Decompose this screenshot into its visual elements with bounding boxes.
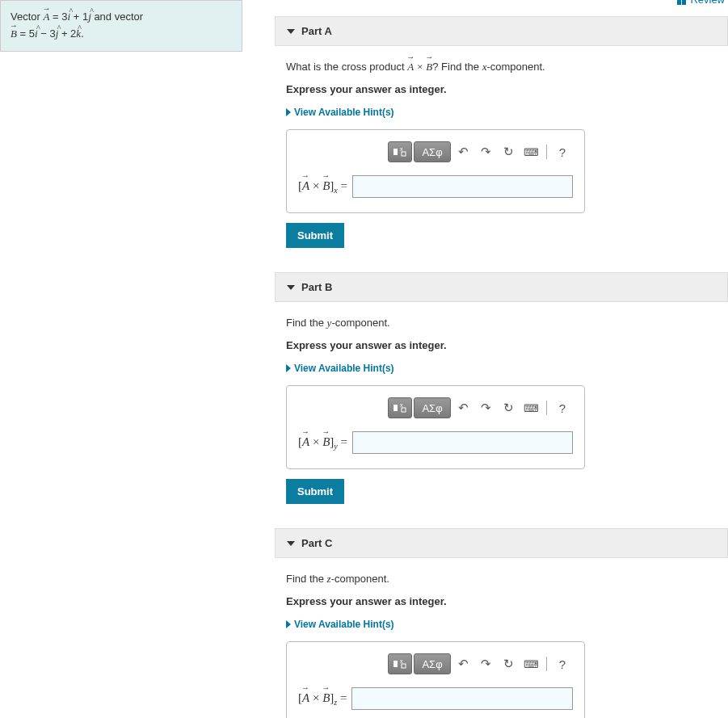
toolbar: x ΑΣφ ↶ ↷ ↻ ⌨ ? [298,397,573,418]
svg-rect-0 [393,149,398,155]
svg-rect-3 [393,405,398,411]
part-c-body: Find the z-component. Express your answe… [275,558,728,718]
unit-i: i [67,10,70,23]
svg-rect-6 [393,661,398,667]
answer-label: [A × B]y = [298,435,347,451]
flag-icon [677,0,687,5]
redo-button[interactable]: ↷ [475,397,496,418]
undo-button[interactable]: ↶ [452,653,473,674]
answer-input[interactable] [352,431,573,454]
undo-button[interactable]: ↶ [452,141,473,162]
chevron-right-icon [286,108,291,116]
part-title: Part B [301,281,332,293]
greek-button[interactable]: ΑΣφ [414,397,451,418]
view-hints-link[interactable]: View Available Hint(s) [286,107,717,118]
toolbar: x ΑΣφ ↶ ↷ ↻ ⌨ ? [298,653,573,674]
answer-box: x ΑΣφ ↶ ↷ ↻ ⌨ ? [A × B]y = [286,385,585,469]
chevron-down-icon [287,29,295,34]
answer-input[interactable] [352,175,573,198]
answer-box: x ΑΣφ ↶ ↷ ↻ ⌨ ? [A × B]z = [286,641,585,718]
keyboard-button[interactable]: ⌨ [520,653,541,674]
svg-text:x: x [400,146,403,152]
unit-k: k [76,27,81,40]
template-button[interactable]: x [388,141,412,162]
view-hints-link[interactable]: View Available Hint(s) [286,363,717,374]
reset-button[interactable]: ↻ [498,653,519,674]
help-button[interactable]: ? [552,141,573,162]
template-icon: x [393,658,407,670]
submit-button[interactable]: Submit [286,223,344,248]
help-button[interactable]: ? [552,653,573,674]
greek-button[interactable]: ΑΣφ [414,653,451,674]
template-button[interactable]: x [388,397,412,418]
answer-input[interactable] [351,687,573,710]
keyboard-button[interactable]: ⌨ [520,141,541,162]
template-icon: x [393,146,407,157]
part-b-body: Find the y-component. Express your answe… [275,302,728,512]
greek-button[interactable]: ΑΣφ [414,141,451,162]
answer-label: [A × B]x = [298,179,347,195]
part-title: Part A [301,25,332,37]
problem-statement: Vector A = 3i + 1j and vector B = 5i − 3… [0,0,242,52]
part-a-header[interactable]: Part A [275,16,728,46]
svg-rect-2 [402,152,406,156]
part-b-header[interactable]: Part B [275,272,728,302]
prompt: What is the cross product A × B? Find th… [286,61,717,73]
chevron-right-icon [286,620,291,628]
chevron-down-icon [287,285,295,290]
svg-rect-8 [402,664,406,668]
redo-button[interactable]: ↷ [475,141,496,162]
chevron-down-icon [287,541,295,546]
view-hints-link[interactable]: View Available Hint(s) [286,619,717,630]
svg-text:x: x [400,658,403,664]
part-a-body: What is the cross product A × B? Find th… [275,46,728,256]
part-c-header[interactable]: Part C [275,528,728,558]
instruction: Express your answer as integer. [286,339,717,351]
review-link[interactable]: Review [677,0,725,6]
part-title: Part C [301,537,332,549]
answer-box: x ΑΣφ ↶ ↷ ↻ ⌨ ? [A × B]x = [286,129,585,213]
toolbar: x ΑΣφ ↶ ↷ ↻ ⌨ ? [298,141,573,162]
keyboard-button[interactable]: ⌨ [520,397,541,418]
answer-label: [A × B]z = [298,691,347,707]
reset-button[interactable]: ↻ [498,141,519,162]
undo-button[interactable]: ↶ [452,397,473,418]
help-button[interactable]: ? [552,397,573,418]
submit-button[interactable]: Submit [286,479,344,504]
svg-text:x: x [400,402,403,408]
vector-b: B [11,27,17,40]
template-icon: x [393,402,407,414]
instruction: Express your answer as integer. [286,83,717,95]
unit-i: i [35,27,38,40]
unit-j: j [56,27,59,40]
reset-button[interactable]: ↻ [498,397,519,418]
vector-a: A [43,10,49,23]
redo-button[interactable]: ↷ [475,653,496,674]
chevron-right-icon [286,364,291,372]
unit-j: j [88,10,91,23]
instruction: Express your answer as integer. [286,595,717,607]
prompt: Find the y-component. [286,317,717,330]
svg-rect-5 [402,408,406,412]
template-button[interactable]: x [388,653,412,674]
prompt: Find the z-component. [286,573,717,586]
